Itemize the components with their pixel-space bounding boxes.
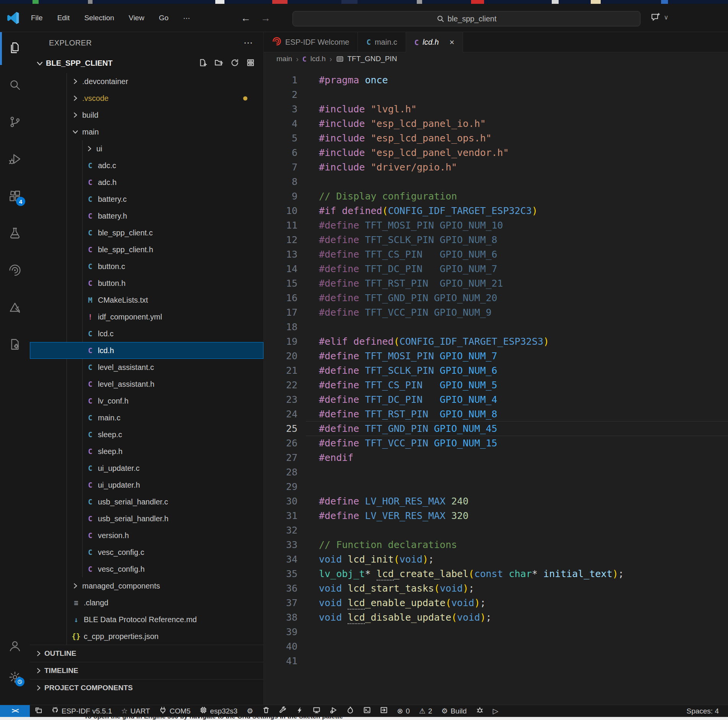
command-center-search[interactable]: ble_spp_client	[292, 11, 640, 26]
activity-explorer-icon[interactable]	[0, 39, 30, 57]
tree-file-vesc-config-c[interactable]: Cvesc_config.c	[30, 544, 263, 561]
tree-file-c-cpp-properties-json[interactable]: {}c_cpp_properties.json	[30, 628, 263, 645]
code-line-28[interactable]: 28	[264, 465, 728, 480]
code-line-17[interactable]: 17#define TFT_VCC_PIN GPIO_NUM_9	[264, 305, 728, 320]
forward-button[interactable]: →	[261, 12, 271, 24]
tree-file-button-c[interactable]: Cbutton.c	[30, 258, 263, 275]
code-line-26[interactable]: 26#define TFT_VCC_PIN GPIO_NUM_15	[264, 436, 728, 451]
code-line-10[interactable]: 10#if defined(CONFIG_IDF_TARGET_ESP32C3)	[264, 204, 728, 218]
tree-file-vesc-config-h[interactable]: Cvesc_config.h	[30, 561, 263, 577]
status-com-port[interactable]: COM5	[154, 705, 195, 717]
code-line-4[interactable]: 4#include "esp_lcd_panel_io.h"	[264, 117, 728, 131]
code-line-27[interactable]: 27#endif	[264, 451, 728, 465]
code-line-34[interactable]: 34void lcd_init(void);	[264, 552, 728, 567]
tree-folder-main[interactable]: main	[30, 123, 263, 140]
tree-file-adc-c[interactable]: Cadc.c	[30, 157, 263, 174]
code-line-23[interactable]: 23#define TFT_DC_PIN GPIO_NUM_4	[264, 392, 728, 407]
code-line-22[interactable]: 22#define TFT_CS_PIN GPIO_NUM_5	[264, 378, 728, 392]
tree-file-version-h[interactable]: Cversion.h	[30, 527, 263, 544]
indentation-status[interactable]: Spaces: 4	[687, 707, 728, 715]
tree-file-idf-component-yml[interactable]: !idf_component.yml	[30, 308, 263, 325]
code-line-24[interactable]: 24#define TFT_RST_PIN GPIO_NUM_8	[264, 407, 728, 422]
status-esp-idf-version[interactable]: ESP-IDF v5.5.1	[47, 705, 117, 717]
status-warnings[interactable]: ⚠2	[414, 705, 437, 717]
tree-file-adc-h[interactable]: Cadc.h	[30, 174, 263, 191]
code-line-25[interactable]: 25#define TFT_GND_PIN GPIO_NUM_45	[264, 422, 728, 436]
sidebar-section-timeline[interactable]: TIMELINE	[30, 662, 263, 679]
tree-file-usb-serial-handler-c[interactable]: Cusb_serial_handler.c	[30, 493, 263, 510]
code-line-13[interactable]: 13#define TFT_CS_PIN GPIO_NUM_6	[264, 247, 728, 262]
status-errors[interactable]: ⊗0	[392, 705, 414, 717]
code-line-20[interactable]: 20#define TFT_MOSI_PIN GPIO_NUM_7	[264, 349, 728, 363]
code-line-16[interactable]: 16#define TFT_GND_PIN GPIO_NUM_20	[264, 291, 728, 305]
refresh-icon[interactable]	[231, 58, 239, 68]
tree-file-button-h[interactable]: Cbutton.h	[30, 275, 263, 292]
tree-file-ble-spp-client-c[interactable]: Cble_spp_client.c	[30, 224, 263, 241]
sidebar-section-project-components[interactable]: PROJECT COMPONENTS	[30, 679, 263, 696]
tree-folder--devcontainer[interactable]: .devcontainer	[30, 73, 263, 90]
code-line-40[interactable]: 40	[264, 639, 728, 654]
status-flash-method[interactable]	[342, 705, 359, 717]
code-line-35[interactable]: 35lv_obj_t* lcd_create_label(const char*…	[264, 567, 728, 581]
status-flash[interactable]	[291, 705, 308, 717]
sidebar-section-outline[interactable]: OUTLINE	[30, 645, 263, 662]
tree-file-lcd-c[interactable]: Clcd.c	[30, 325, 263, 342]
menu-selection[interactable]: Selection	[77, 11, 121, 25]
code-line-39[interactable]: 39	[264, 625, 728, 639]
code-line-15[interactable]: 15#define TFT_RST_PIN GPIO_NUM_21	[264, 276, 728, 291]
tree-folder-build[interactable]: build	[30, 107, 263, 123]
status-terminal[interactable]	[359, 705, 375, 717]
tree-file-cmakelists-txt[interactable]: MCMakeLists.txt	[30, 292, 263, 308]
menu-go[interactable]: Go	[151, 11, 176, 25]
code-line-14[interactable]: 14#define TFT_DC_PIN GPIO_NUM_7	[264, 262, 728, 276]
code-line-11[interactable]: 11#define TFT_MOSI_PIN GPIO_NUM_10	[264, 218, 728, 233]
tab-main-c[interactable]: Cmain.c	[358, 32, 406, 52]
tree-file-lv-conf-h[interactable]: Clv_conf.h	[30, 392, 263, 409]
code-line-32[interactable]: 32	[264, 523, 728, 538]
breadcrumb[interactable]: main › C lcd.h › TFT_GND_PIN	[264, 52, 728, 65]
tree-file-level-assistant-h[interactable]: Clevel_assistant.h	[30, 376, 263, 392]
code-line-6[interactable]: 6#include "esp_lcd_panel_vendor.h"	[264, 146, 728, 160]
status-target[interactable]: esp32s3	[195, 705, 242, 717]
tree-file-usb-serial-handler-h[interactable]: Cusb_serial_handler.h	[30, 510, 263, 527]
code-editor[interactable]: 1#pragma once23#include "lvgl.h"4#includ…	[264, 65, 728, 705]
close-tab-icon[interactable]: ×	[450, 37, 455, 47]
activity-source-control-icon[interactable]	[0, 113, 30, 131]
tab-lcd-h[interactable]: Clcd.h×	[406, 32, 463, 52]
activity-accounts-icon[interactable]	[0, 637, 30, 655]
breadcrumb-folder[interactable]: main	[276, 55, 292, 63]
status-bug[interactable]	[471, 705, 488, 717]
menu-view[interactable]: View	[122, 11, 152, 25]
activity-testing-icon[interactable]	[0, 224, 30, 242]
menu-[interactable]: ⋯	[176, 11, 198, 26]
status-run[interactable]: ▷	[488, 705, 503, 717]
tree-file-ble-data-protocol-reference-md[interactable]: ↓BLE Data Protocol Reference.md	[30, 611, 263, 628]
activity-run-debug-icon[interactable]	[0, 150, 30, 168]
code-line-5[interactable]: 5#include "esp_lcd_panel_ops.h"	[264, 131, 728, 146]
code-line-37[interactable]: 37void lcd_enable_update(void);	[264, 596, 728, 610]
status-build[interactable]: ⚙Build	[437, 705, 471, 717]
code-line-9[interactable]: 9// Display configuration	[264, 189, 728, 204]
explorer-more-actions-icon[interactable]: ⋯	[244, 37, 253, 48]
breadcrumb-file[interactable]: lcd.h	[310, 55, 326, 63]
status-sdk-config[interactable]: ⚙	[242, 705, 258, 717]
tree-file-level-assistant-c[interactable]: Clevel_assistant.c	[30, 359, 263, 376]
code-line-33[interactable]: 33// Function declarations	[264, 538, 728, 552]
activity-cpp-properties-icon[interactable]	[0, 335, 30, 354]
activity-search-icon[interactable]	[0, 76, 30, 94]
activity-extensions-icon[interactable]	[0, 187, 30, 205]
status-menuconfig[interactable]	[275, 705, 291, 717]
tree-folder-ui[interactable]: ui	[30, 140, 263, 157]
code-line-3[interactable]: 3#include "lvgl.h"	[264, 102, 728, 117]
code-line-41[interactable]: 41	[264, 654, 728, 668]
code-line-30[interactable]: 30#define LV_HOR_RES_MAX 240	[264, 494, 728, 509]
code-line-2[interactable]: 2	[264, 88, 728, 102]
tree-folder--vscode[interactable]: .vscode	[30, 90, 263, 107]
code-line-29[interactable]: 29	[264, 480, 728, 494]
tree-file-ble-spp-client-h[interactable]: Cble_spp_client.h	[30, 241, 263, 258]
project-root-header[interactable]: BLE_SPP_CLIENT	[30, 54, 263, 73]
code-line-38[interactable]: 38void lcd_disable_update(void);	[264, 610, 728, 625]
code-line-31[interactable]: 31#define LV_VER_RES_MAX 320	[264, 509, 728, 523]
tree-file--clangd[interactable]: ≡.clangd	[30, 594, 263, 611]
code-line-1[interactable]: 1#pragma once	[264, 73, 728, 88]
